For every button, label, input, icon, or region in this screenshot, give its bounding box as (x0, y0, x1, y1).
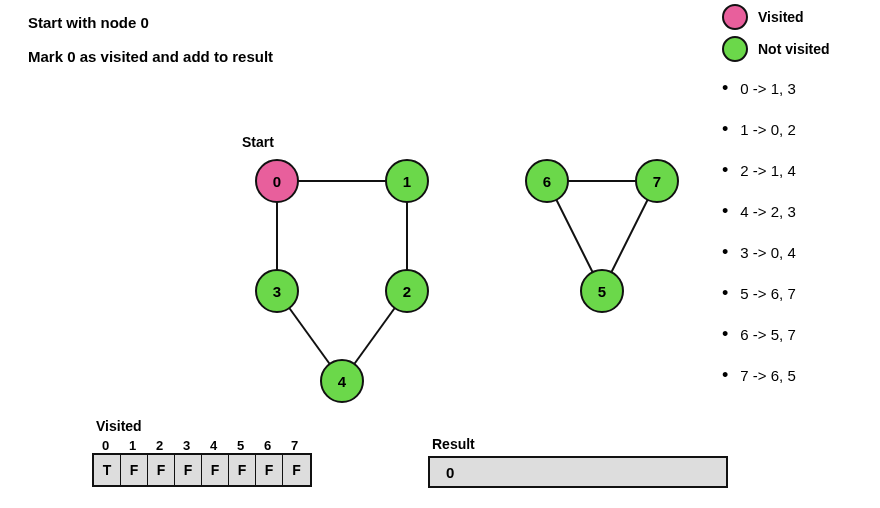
graph-node-0: 0 (255, 159, 299, 203)
graph-node-5: 5 (580, 269, 624, 313)
graph-node-6: 6 (525, 159, 569, 203)
graph-node-7: 7 (635, 159, 679, 203)
graph-node-2: 2 (385, 269, 429, 313)
graph-node-4: 4 (320, 359, 364, 403)
graph-node-3: 3 (255, 269, 299, 313)
graph-edges (0, 0, 880, 508)
graph-node-1: 1 (385, 159, 429, 203)
